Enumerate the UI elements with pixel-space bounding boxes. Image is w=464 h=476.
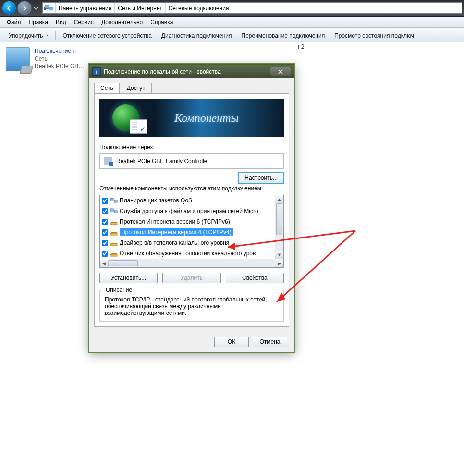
- svg-rect-10: [111, 222, 113, 223]
- svg-rect-14: [111, 232, 113, 233]
- dialog-icon: i: [92, 67, 101, 76]
- service-icon: [110, 197, 118, 204]
- protocol-icon: [110, 250, 118, 257]
- close-button[interactable]: [270, 67, 291, 76]
- component-checkbox[interactable]: [102, 198, 108, 204]
- location-icon: [43, 3, 56, 13]
- nic-icon: [104, 157, 112, 165]
- svg-rect-17: [110, 244, 117, 246]
- scroll-left-button[interactable]: ◀: [100, 259, 108, 267]
- checklist-icon: [130, 119, 147, 134]
- rename-button[interactable]: Переименование подключения: [237, 30, 330, 41]
- component-label: Ответчик обнаружения топологии канальног…: [120, 250, 256, 257]
- menu-view[interactable]: Вид: [52, 18, 70, 26]
- breadcrumb-item[interactable]: Сеть и Интернет: [115, 3, 165, 13]
- properties-button[interactable]: Свойства: [226, 273, 284, 283]
- install-button[interactable]: Установить...: [99, 273, 158, 283]
- tab-page-network: Компоненты Подключение через: Realtek PC…: [94, 93, 289, 327]
- component-checkbox[interactable]: [102, 251, 108, 257]
- svg-rect-12: [115, 222, 117, 223]
- scroll-up-button[interactable]: ▲: [275, 195, 283, 203]
- component-label: Протокол Интернета версии 6 (TCP/IPv6): [120, 218, 230, 225]
- close-icon: [278, 69, 283, 74]
- uninstall-button[interactable]: Удалить: [162, 273, 220, 283]
- component-item[interactable]: Служба доступа к файлам и принтерам сете…: [100, 206, 283, 216]
- scroll-thumb[interactable]: [276, 203, 282, 235]
- tab-strip: Сеть Доступ: [94, 83, 289, 94]
- dialog-titlebar[interactable]: i Подключение по локальной сети - свойст…: [89, 65, 294, 78]
- breadcrumb-item[interactable]: Панель управления: [56, 3, 115, 13]
- component-item[interactable]: Ответчик обнаружения топологии канальног…: [100, 248, 283, 259]
- service-icon: [110, 208, 118, 214]
- dialog-footer: ОК Отмена: [89, 332, 294, 352]
- banner-title: Компоненты: [130, 112, 283, 125]
- adapter-field[interactable]: Realtek PCIe GBE Family Controller: [99, 153, 284, 169]
- view-status-button[interactable]: Просмотр состояния подключ: [330, 30, 419, 41]
- organize-button[interactable]: Упорядочить: [4, 30, 53, 41]
- protocol-icon: [110, 229, 118, 236]
- svg-rect-6: [110, 209, 113, 211]
- scroll-right-button[interactable]: ▶: [275, 259, 283, 267]
- adapter-name: Realtek PCIe GBE Family Controller: [116, 158, 209, 164]
- svg-rect-18: [111, 243, 113, 244]
- component-item[interactable]: Планировщик пакетов QoS: [100, 195, 283, 206]
- cancel-button[interactable]: Отмена: [253, 337, 287, 347]
- component-checkbox[interactable]: [102, 208, 108, 214]
- breadcrumb-label: Сетевые подключения: [169, 5, 229, 12]
- menu-help[interactable]: Справка: [147, 18, 177, 26]
- connection-name: Подключение п: [35, 47, 84, 55]
- component-item[interactable]: Протокол Интернета версии 6 (TCP/IPv6): [100, 216, 283, 227]
- dialog-title: Подключение по локальной сети - свойства: [104, 68, 221, 75]
- svg-rect-3: [110, 198, 113, 200]
- component-item[interactable]: Протокол Интернета версии 4 (TCP/IPv4): [100, 227, 283, 238]
- component-checkbox[interactable]: [102, 219, 108, 225]
- protocol-icon: [110, 218, 118, 225]
- scroll-down-button[interactable]: ▼: [275, 251, 283, 259]
- separator: [55, 31, 56, 40]
- svg-rect-19: [113, 243, 115, 244]
- component-item[interactable]: Драйвер в/в тополога канального уровня: [100, 238, 283, 248]
- breadcrumb-item[interactable]: Сетевые подключения: [166, 3, 232, 13]
- tab-network[interactable]: Сеть: [94, 83, 120, 93]
- history-dropdown[interactable]: [33, 1, 39, 15]
- diagnose-button[interactable]: Диагностика подключения: [157, 30, 237, 41]
- connect-through-label: Подключение через:: [99, 144, 284, 150]
- components-banner: Компоненты: [99, 99, 284, 137]
- menu-advanced[interactable]: Дополнительно: [98, 18, 147, 26]
- protocol-icon: [110, 239, 118, 246]
- description-group: Описание Протокол TCP/IP - стандартный п…: [99, 290, 284, 322]
- scroll-thumb[interactable]: [108, 260, 138, 266]
- tab-access[interactable]: Доступ: [121, 83, 152, 93]
- menu-edit[interactable]: Правка: [25, 18, 52, 26]
- description-legend: Описание: [104, 287, 134, 293]
- chevron-down-icon: [45, 34, 49, 38]
- connection-device: Realtek PCIe GB…: [35, 63, 84, 70]
- breadcrumb-bar[interactable]: ▸ Панель управления ▸ Сеть и Интернет ▸ …: [42, 2, 462, 14]
- horizontal-scrollbar[interactable]: ◀ ▶: [100, 259, 283, 267]
- svg-rect-4: [114, 200, 117, 202]
- menu-bar: Файл Правка Вид Сервис Дополнительно Спр…: [0, 17, 464, 28]
- svg-rect-11: [113, 222, 115, 223]
- ok-button[interactable]: ОК: [214, 337, 249, 347]
- svg-rect-13: [110, 233, 117, 235]
- back-button[interactable]: [2, 1, 16, 15]
- command-bar: Упорядочить Отключение сетевого устройст…: [0, 28, 464, 44]
- menu-file[interactable]: Файл: [3, 18, 25, 26]
- vertical-scrollbar[interactable]: ▲ ▼: [275, 195, 283, 259]
- disable-device-button[interactable]: Отключение сетевого устройства: [58, 30, 156, 41]
- network-adapter-icon: [6, 47, 30, 71]
- breadcrumb-label: Сеть и Интернет: [118, 5, 162, 12]
- component-checkbox[interactable]: [102, 240, 108, 246]
- component-label: Планировщик пакетов QoS: [120, 197, 192, 204]
- properties-dialog: i Подключение по локальной сети - свойст…: [89, 64, 294, 352]
- menu-tools[interactable]: Сервис: [70, 18, 98, 26]
- organize-label: Упорядочить: [9, 32, 43, 39]
- component-label: Служба доступа к файлам и принтерам сете…: [120, 208, 258, 214]
- component-checkbox[interactable]: [102, 229, 108, 236]
- svg-rect-20: [115, 243, 117, 244]
- forward-button[interactable]: [17, 1, 32, 15]
- svg-rect-22: [111, 253, 113, 254]
- configure-button[interactable]: Настроить...: [238, 173, 284, 183]
- svg-rect-23: [113, 253, 115, 254]
- description-text: Протокол TCP/IP - стандартный протокол г…: [105, 296, 279, 316]
